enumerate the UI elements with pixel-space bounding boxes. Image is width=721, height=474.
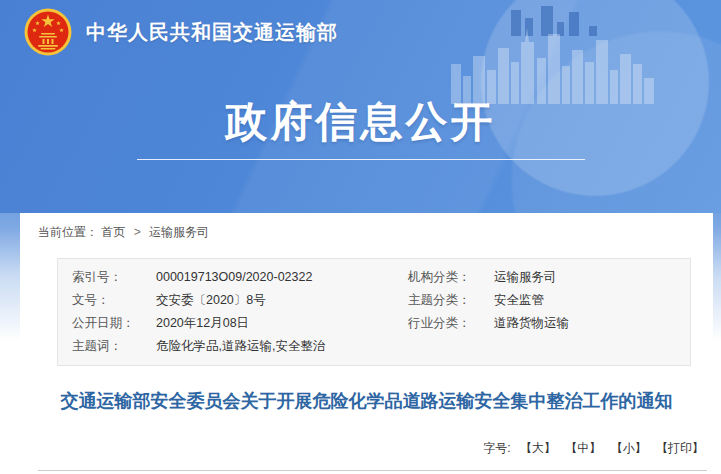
meta-label: 索引号： bbox=[72, 266, 156, 289]
meta-value: 000019713O09/2020-02322 bbox=[156, 266, 408, 289]
meta-value: 交安委〔2020〕8号 bbox=[156, 289, 408, 312]
meta-label: 文号： bbox=[72, 289, 156, 312]
brand: 中华人民共和国交通运输部 bbox=[24, 8, 338, 56]
breadcrumb: 当前位置： 首页 > 运输服务司 bbox=[20, 213, 713, 241]
font-size-toolbar: 字号: 【大】 【中】 【小】 【打印】 bbox=[483, 440, 704, 457]
meta-value: 2020年12月08日 bbox=[156, 312, 408, 335]
breadcrumb-label: 当前位置： bbox=[38, 225, 98, 239]
meta-row-docnumber: 文号： 交安委〔2020〕8号 主题分类： 安全监管 bbox=[72, 289, 690, 312]
print-button[interactable]: 【打印】 bbox=[656, 441, 704, 455]
page: 中华人民共和国交通运输部 政府信息公开 当前位置： 首页 > 运输服务司 索引号… bbox=[0, 0, 721, 474]
meta-label bbox=[408, 335, 494, 358]
meta-label: 公开日期： bbox=[72, 312, 156, 335]
meta-label: 主题分类： bbox=[408, 289, 494, 312]
meta-label: 机构分类： bbox=[408, 266, 494, 289]
meta-value: 运输服务司 bbox=[494, 266, 690, 289]
font-size-label: 字号: bbox=[483, 441, 510, 455]
meta-row-index: 索引号： 000019713O09/2020-02322 机构分类： 运输服务司 bbox=[72, 266, 690, 289]
font-size-large-button[interactable]: 【大】 bbox=[520, 441, 556, 455]
meta-row-keywords: 主题词： 危险化学品,道路运输,安全整治 bbox=[72, 335, 690, 358]
bottom-divider bbox=[38, 470, 707, 471]
meta-value bbox=[494, 335, 690, 358]
national-emblem-icon bbox=[24, 8, 72, 56]
meta-value: 安全监管 bbox=[494, 289, 690, 312]
breadcrumb-separator: > bbox=[134, 225, 141, 239]
meta-value: 危险化学品,道路运输,安全整治 bbox=[156, 335, 408, 358]
breadcrumb-home-link[interactable]: 首页 bbox=[101, 225, 125, 239]
breadcrumb-section-link[interactable]: 运输服务司 bbox=[149, 225, 209, 239]
font-size-small-button[interactable]: 【小】 bbox=[611, 441, 647, 455]
meta-label: 行业分类： bbox=[408, 312, 494, 335]
meta-label: 主题词： bbox=[72, 335, 156, 358]
banner: 中华人民共和国交通运输部 政府信息公开 bbox=[0, 0, 721, 213]
title-underline bbox=[137, 159, 585, 160]
document-meta-table: 索引号： 000019713O09/2020-02322 机构分类： 运输服务司… bbox=[57, 258, 691, 366]
meta-row-publish-date: 公开日期： 2020年12月08日 行业分类： 道路货物运输 bbox=[72, 312, 690, 335]
page-title: 政府信息公开 bbox=[0, 94, 721, 150]
font-size-medium-button[interactable]: 【中】 bbox=[565, 441, 601, 455]
document-title: 交通运输部安全委员会关于开展危险化学品道路运输安全集中整治工作的通知 bbox=[48, 388, 685, 414]
content-panel: 当前位置： 首页 > 运输服务司 索引号： 000019713O09/2020-… bbox=[20, 213, 713, 474]
site-name: 中华人民共和国交通运输部 bbox=[86, 19, 338, 46]
meta-value: 道路货物运输 bbox=[494, 312, 690, 335]
